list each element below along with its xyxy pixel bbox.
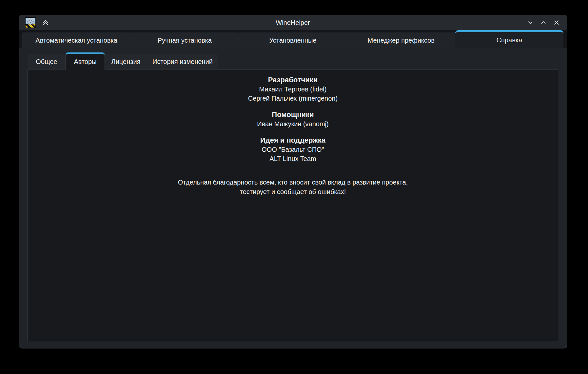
- authors-content: Разработчики Михаил Тергоев (fidel) Серг…: [28, 69, 558, 341]
- credit-line: Сергей Пальчех (minergenon): [28, 94, 558, 103]
- subtab-general[interactable]: Общее: [28, 54, 66, 69]
- credit-line: Михаил Тергоев (fidel): [28, 85, 558, 94]
- help-page: Общее Авторы Лицензия История изменений …: [19, 48, 567, 348]
- subtab-changelog[interactable]: История изменений: [147, 54, 218, 69]
- developers-section: Разработчики Михаил Тергоев (fidel) Серг…: [28, 75, 558, 103]
- titlebar[interactable]: ⚙ WineHelper: [19, 15, 567, 30]
- close-icon: [553, 19, 560, 26]
- window-controls: [526, 18, 561, 27]
- subtab-license[interactable]: Лицензия: [105, 54, 147, 69]
- credit-line: ALT Linux Team: [28, 154, 558, 163]
- idea-support-section: Идея и поддержка ООО "Базальт СПО" ALT L…: [28, 136, 558, 163]
- close-button[interactable]: [552, 18, 561, 27]
- tab-installed[interactable]: Установленные: [239, 32, 347, 48]
- subtab-authors[interactable]: Авторы: [66, 52, 105, 69]
- tab-help[interactable]: Справка: [455, 30, 563, 48]
- tab-auto-install[interactable]: Автоматическая установка: [22, 32, 130, 48]
- section-heading: Идея и поддержка: [28, 136, 558, 145]
- thanks-line: Отдельная благодарность всем, кто вносит…: [28, 178, 558, 187]
- section-heading: Разработчики: [28, 75, 558, 85]
- desktop: ⚙ WineHelper: [0, 0, 588, 374]
- main-tabbar: Автоматическая установка Ручная установк…: [19, 30, 567, 48]
- section-heading: Помощники: [28, 110, 558, 119]
- chevron-down-icon: [527, 19, 534, 26]
- winehelper-window: ⚙ WineHelper: [19, 15, 567, 348]
- maximize-button[interactable]: [539, 18, 548, 27]
- credit-line: ООО "Базальт СПО": [28, 145, 558, 154]
- app-icon[interactable]: ⚙: [25, 17, 36, 28]
- helpers-section: Помощники Иван Мажукин (vanomj): [28, 110, 558, 128]
- window-title: WineHelper: [19, 19, 567, 27]
- sub-tabbar: Общее Авторы Лицензия История изменений: [28, 52, 558, 69]
- chevron-double-up-icon: [42, 19, 49, 27]
- thanks-line: тестирует и сообщает об ошибках!: [28, 187, 558, 197]
- credit-line: Иван Мажукин (vanomj): [28, 119, 558, 128]
- thanks-note: Отдельная благодарность всем, кто вносит…: [28, 178, 558, 197]
- gear-icon: ⚙: [25, 17, 36, 28]
- tab-prefix-manager[interactable]: Менеджер префиксов: [347, 32, 455, 48]
- shade-button[interactable]: [41, 18, 50, 27]
- chevron-up-icon: [540, 19, 547, 26]
- tab-manual-install[interactable]: Ручная установка: [130, 32, 239, 48]
- minimize-button[interactable]: [526, 18, 535, 27]
